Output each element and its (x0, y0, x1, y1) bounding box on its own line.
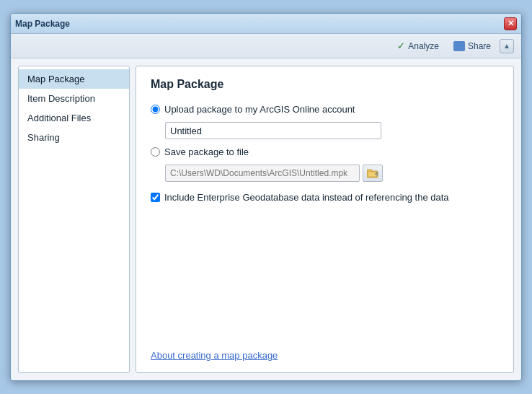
enterprise-checkbox-label[interactable]: Include Enterprise Geodatabase data inst… (164, 192, 449, 203)
close-button[interactable]: ✕ (504, 17, 517, 30)
browse-button[interactable] (363, 165, 383, 182)
sidebar-item-map-package[interactable]: Map Package (19, 69, 129, 89)
upload-radio[interactable] (151, 105, 160, 114)
sidebar-item-item-description[interactable]: Item Description (19, 89, 129, 108)
upload-radio-label[interactable]: Upload package to my ArcGIS Online accou… (164, 104, 355, 115)
share-label: Share (468, 41, 491, 51)
main-window: Map Package ✕ ✓ Analyze Share ▲ Map Pack… (10, 13, 522, 381)
about-link[interactable]: About creating a map package (151, 350, 278, 361)
sidebar-item-additional-files[interactable]: Additional Files (19, 108, 129, 128)
analyze-label: Analyze (408, 41, 439, 51)
toolbar: ✓ Analyze Share ▲ (11, 34, 521, 58)
window-title: Map Package (15, 19, 70, 29)
sidebar-item-sharing[interactable]: Sharing (19, 128, 129, 147)
share-icon (453, 41, 465, 51)
upload-name-input[interactable] (165, 122, 381, 139)
file-path-row (165, 165, 499, 182)
save-radio-label[interactable]: Save package to file (164, 146, 249, 157)
content-area: Map Package Item Description Additional … (11, 58, 521, 380)
main-panel: Map Package Upload package to my ArcGIS … (136, 66, 514, 373)
title-bar: Map Package ✕ (11, 14, 521, 34)
folder-icon (367, 168, 378, 178)
share-button[interactable]: Share (448, 39, 497, 53)
save-radio-row: Save package to file (151, 146, 499, 157)
enterprise-checkbox[interactable] (151, 193, 160, 202)
sidebar: Map Package Item Description Additional … (18, 66, 130, 373)
form-section: Upload package to my ArcGIS Online accou… (151, 104, 499, 203)
enterprise-checkbox-row: Include Enterprise Geodatabase data inst… (151, 192, 499, 203)
link-section: About creating a map package (151, 336, 499, 361)
up-arrow-icon: ▲ (503, 42, 510, 50)
collapse-button[interactable]: ▲ (500, 39, 514, 53)
panel-title: Map Package (151, 78, 499, 91)
analyze-button[interactable]: ✓ Analyze (391, 38, 445, 53)
check-icon: ✓ (397, 40, 405, 51)
file-path-input[interactable] (165, 165, 360, 182)
save-radio[interactable] (151, 147, 160, 157)
upload-radio-row: Upload package to my ArcGIS Online accou… (151, 104, 499, 115)
